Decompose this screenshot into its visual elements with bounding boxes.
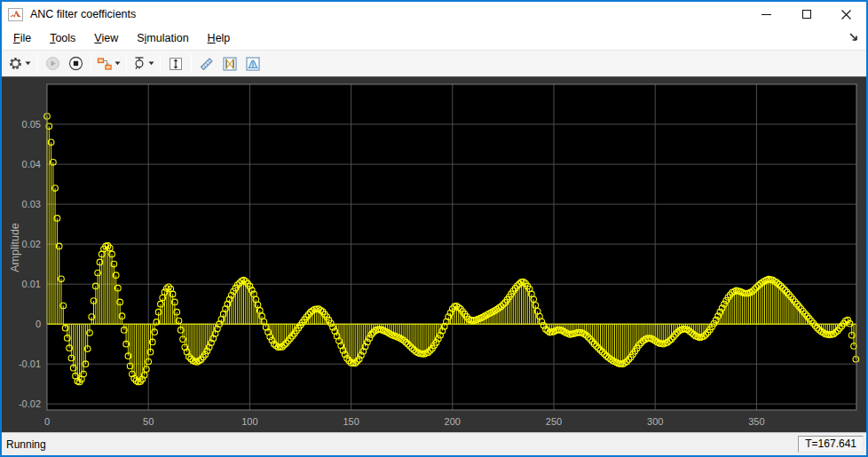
svg-text:-0.02: -0.02	[19, 398, 41, 409]
menu-item-help[interactable]: Help	[205, 30, 233, 46]
stem-plot-canvas[interactable]: 050100150200250300350-0.02-0.0100.010.02…	[2, 77, 866, 432]
gear-icon	[8, 56, 23, 71]
cursor-measurements-button[interactable]	[219, 53, 241, 75]
dropdown-caret-icon[interactable]	[148, 61, 154, 66]
plot-panel: 050100150200250300350-0.02-0.0100.010.02…	[2, 77, 866, 432]
minimize-button[interactable]	[746, 2, 786, 27]
title-bar: ANC filter coefficients	[2, 2, 866, 27]
svg-text:0: 0	[36, 319, 41, 329]
toolbar-separator	[126, 54, 127, 73]
cursor-measurements-icon	[222, 56, 238, 72]
zoom-span-icon	[132, 56, 146, 71]
svg-text:-0.01: -0.01	[19, 359, 41, 369]
dropdown-caret-icon[interactable]	[25, 61, 31, 66]
scale-axes-icon	[168, 56, 184, 72]
svg-text:250: 250	[546, 416, 562, 427]
svg-text:0.03: 0.03	[22, 199, 41, 209]
maximize-icon	[802, 10, 811, 19]
svg-text:Amplitude: Amplitude	[9, 223, 21, 272]
dropdown-caret-icon[interactable]	[114, 61, 121, 66]
menu-item-view[interactable]: View	[91, 30, 121, 46]
menu-item-simulation[interactable]: Simulation	[134, 30, 191, 46]
signal-statistics-button[interactable]	[242, 53, 264, 75]
window-controls	[746, 2, 866, 27]
minimize-icon	[761, 14, 771, 15]
menu-bar: FileToolsViewSimulationHelp	[2, 27, 866, 50]
signal-statistics-icon	[245, 56, 261, 72]
simulation-status: Running	[6, 438, 46, 451]
toolbar-separator	[36, 54, 37, 73]
zoom-tools-button[interactable]	[131, 53, 155, 75]
svg-text:300: 300	[647, 416, 663, 427]
ruler-icon	[199, 56, 215, 72]
dock-arrow-icon[interactable]	[848, 31, 860, 43]
menu-item-file[interactable]: File	[11, 30, 34, 46]
stop-icon	[68, 56, 83, 71]
close-icon	[841, 10, 851, 20]
simulink-blocks-icon	[97, 57, 113, 71]
svg-text:0.05: 0.05	[22, 119, 41, 130]
svg-text:200: 200	[445, 416, 461, 427]
measurements-ruler-button[interactable]	[196, 53, 217, 75]
run-button	[42, 53, 63, 75]
close-button[interactable]	[826, 2, 866, 27]
simulation-time: T=167.641	[798, 436, 864, 453]
svg-text:0.04: 0.04	[22, 159, 41, 169]
settings-button[interactable]	[7, 53, 32, 75]
svg-text:0.01: 0.01	[22, 279, 41, 289]
svg-text:350: 350	[748, 416, 764, 427]
svg-text:50: 50	[143, 416, 154, 427]
toolbar-separator	[91, 54, 91, 73]
toolbar-separator	[160, 54, 161, 73]
svg-text:100: 100	[241, 416, 257, 427]
play-icon	[45, 56, 60, 71]
scope-window: ANC filter coefficients FileToolsViewSim…	[0, 0, 868, 457]
menu-item-tools[interactable]: Tools	[47, 30, 78, 46]
maximize-button[interactable]	[786, 2, 826, 27]
svg-text:0: 0	[44, 416, 50, 427]
window-title: ANC filter coefficients	[30, 8, 136, 20]
toolbar-separator	[191, 54, 192, 73]
matlab-logo-icon	[8, 8, 23, 21]
toolbar	[2, 50, 866, 77]
stop-button[interactable]	[65, 53, 86, 75]
scale-axes-limits-button[interactable]	[165, 53, 186, 75]
svg-text:0.02: 0.02	[22, 239, 41, 249]
highlight-simulink-block-button[interactable]	[96, 53, 122, 75]
status-bar: Running T=167.641	[2, 432, 866, 455]
svg-text:150: 150	[343, 416, 359, 427]
